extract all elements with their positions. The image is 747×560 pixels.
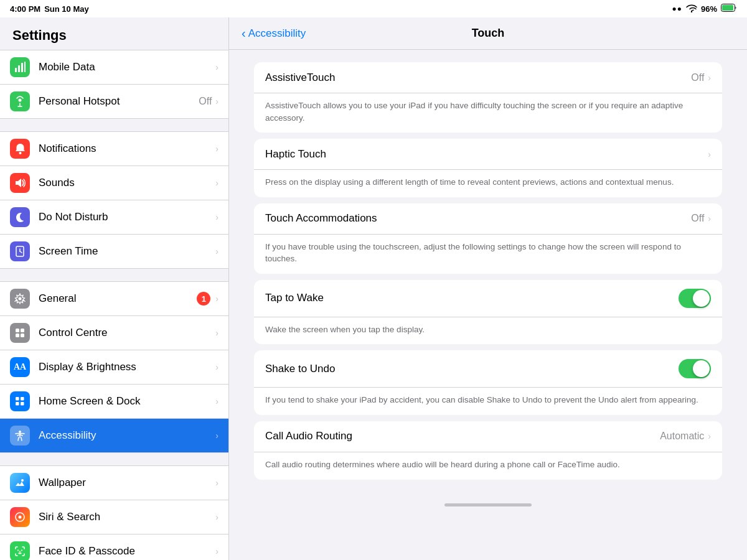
status-bar-right: ●● 96% [672, 4, 737, 14]
shake-to-undo-card: Shake to Undo If you tend to shake your … [254, 350, 722, 415]
display-chevron: › [215, 362, 218, 372]
svg-point-8 [19, 152, 21, 154]
face-id-icon [10, 541, 30, 560]
svg-rect-6 [24, 62, 26, 72]
svg-rect-2 [722, 5, 733, 11]
svg-rect-14 [16, 329, 19, 332]
sidebar-item-notifications[interactable]: Notifications › [0, 132, 228, 166]
haptic-touch-row[interactable]: Haptic Touch › [254, 139, 722, 170]
home-screen-label: Home Screen & Dock [39, 395, 215, 408]
notifications-chevron: › [215, 144, 218, 154]
assistive-touch-label: AssistiveTouch [265, 72, 691, 84]
shake-to-undo-toggle[interactable] [679, 359, 711, 378]
sidebar-item-personal-hotspot[interactable]: Personal Hotspot Off › [0, 85, 228, 118]
sidebar: Settings Mobile Data › [0, 17, 229, 560]
notifications-label: Notifications [39, 142, 215, 155]
face-id-chevron: › [215, 546, 218, 556]
sidebar-section-network: Mobile Data › Personal Hotspot Off › [0, 50, 228, 119]
personal-hotspot-chevron: › [215, 96, 218, 106]
page-title: Touch [472, 27, 505, 40]
screen-time-chevron: › [215, 246, 218, 256]
touch-accommodations-description: If you have trouble using the touchscree… [254, 235, 722, 274]
control-centre-label: Control Centre [39, 327, 215, 339]
touch-accommodations-label: Touch Accommodations [265, 212, 691, 225]
general-label: General [39, 292, 197, 305]
control-centre-chevron: › [215, 328, 218, 338]
screen-time-icon [10, 241, 30, 261]
sidebar-item-siri[interactable]: Siri & Search › [0, 500, 228, 534]
touch-accommodations-card: Touch Accommodations Off › If you have t… [254, 203, 722, 274]
sidebar-item-dnd[interactable]: Do Not Disturb › [0, 200, 228, 235]
sidebar-section-personal: Wallpaper › Siri & Search › [0, 465, 228, 560]
sidebar-item-wallpaper[interactable]: Wallpaper › [0, 466, 228, 500]
svg-point-7 [19, 99, 22, 102]
back-chevron-icon: ‹ [242, 26, 246, 40]
sidebar-item-home-screen[interactable]: Home Screen & Dock › [0, 385, 228, 419]
sidebar-item-control-centre[interactable]: Control Centre › [0, 316, 228, 350]
svg-point-13 [19, 297, 22, 301]
tap-to-wake-label: Tap to Wake [265, 292, 679, 304]
assistive-touch-value: Off [691, 72, 704, 83]
back-button[interactable]: ‹ Accessibility [242, 26, 306, 40]
nav-header: ‹ Accessibility Touch [229, 17, 747, 50]
signal-icon: ●● [672, 4, 682, 13]
dnd-label: Do Not Disturb [39, 211, 215, 223]
personal-hotspot-label: Personal Hotspot [39, 95, 199, 108]
home-bar [444, 503, 532, 506]
tap-to-wake-card: Tap to Wake Wake the screen when you tap… [254, 280, 722, 345]
sounds-label: Sounds [39, 177, 215, 189]
sidebar-item-accessibility[interactable]: Accessibility › [0, 419, 228, 452]
general-icon [10, 289, 30, 309]
accessibility-icon [10, 426, 30, 446]
svg-rect-3 [15, 68, 17, 72]
display-icon: AA [10, 357, 30, 377]
status-bar-left: 4:00 PM Sun 10 May [10, 4, 89, 14]
sounds-chevron: › [215, 178, 218, 188]
assistive-touch-chevron: › [708, 73, 711, 83]
call-audio-routing-label: Call Audio Routing [265, 430, 660, 442]
back-label: Accessibility [248, 27, 306, 40]
siri-chevron: › [215, 512, 218, 522]
sidebar-section-display: General 1 › Control Centre › AA [0, 281, 228, 453]
sidebar-item-screen-time[interactable]: Screen Time › [0, 235, 228, 268]
svg-rect-15 [21, 329, 24, 332]
call-audio-routing-row[interactable]: Call Audio Routing Automatic › [254, 421, 722, 452]
sidebar-item-sounds[interactable]: Sounds › [0, 166, 228, 200]
wallpaper-chevron: › [215, 478, 218, 488]
haptic-touch-card: Haptic Touch › Press on the display usin… [254, 139, 722, 197]
haptic-touch-description: Press on the display using a different l… [254, 170, 722, 197]
svg-rect-20 [16, 402, 19, 406]
battery-percent: 96% [701, 4, 717, 14]
personal-hotspot-value: Off [199, 96, 212, 107]
sidebar-item-mobile-data[interactable]: Mobile Data › [0, 50, 228, 85]
sidebar-item-face-id[interactable]: Face ID & Passcode › [0, 534, 228, 560]
mobile-data-icon [10, 57, 30, 77]
shake-to-undo-label: Shake to Undo [265, 363, 679, 375]
sidebar-section-system: Notifications › Sounds › [0, 131, 228, 269]
call-audio-routing-value: Automatic [660, 431, 704, 442]
general-chevron: › [215, 294, 218, 304]
home-screen-icon [10, 391, 30, 411]
status-bar: 4:00 PM Sun 10 May ●● 96% [0, 0, 747, 17]
sidebar-item-display-brightness[interactable]: AA Display & Brightness › [0, 350, 228, 385]
assistive-touch-row[interactable]: AssistiveTouch Off › [254, 62, 722, 93]
wallpaper-icon [10, 473, 30, 493]
dnd-chevron: › [215, 212, 218, 222]
home-indicator [229, 498, 747, 509]
display-label: Display & Brightness [39, 361, 215, 373]
shake-to-undo-knob [693, 360, 710, 377]
shake-to-undo-description: If you tend to shake your iPad by accide… [254, 388, 722, 415]
tap-to-wake-toggle[interactable] [679, 289, 711, 308]
dnd-icon [10, 207, 30, 227]
sounds-icon [10, 173, 30, 193]
call-audio-routing-chevron: › [708, 431, 711, 441]
svg-rect-19 [21, 397, 24, 401]
touch-accommodations-row[interactable]: Touch Accommodations Off › [254, 203, 722, 235]
sidebar-item-general[interactable]: General 1 › [0, 282, 228, 316]
svg-rect-18 [16, 397, 19, 401]
svg-point-22 [19, 431, 21, 433]
screen-time-label: Screen Time [39, 245, 215, 258]
content-area: ‹ Accessibility Touch AssistiveTouch Off… [229, 17, 747, 560]
assistive-touch-card: AssistiveTouch Off › AssistiveTouch allo… [254, 62, 722, 133]
svg-rect-4 [18, 65, 20, 72]
